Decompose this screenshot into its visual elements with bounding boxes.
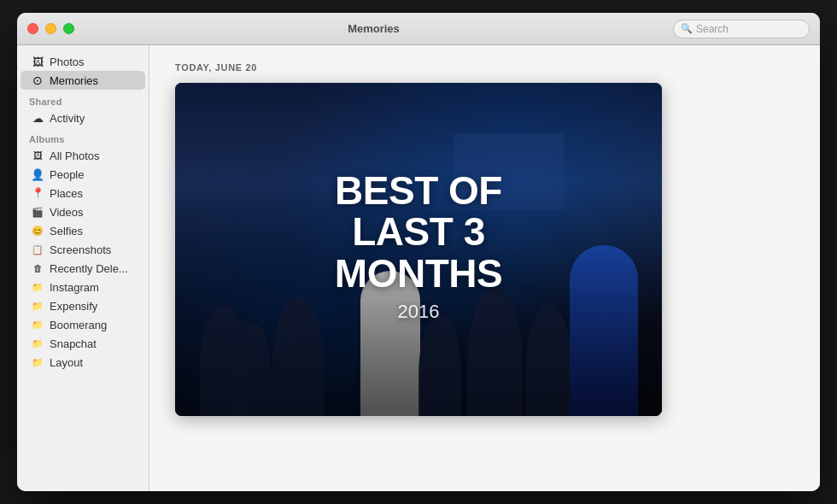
memory-card[interactable]: BEST OF LAST 3 MONTHS 2016 xyxy=(175,83,662,416)
sidebar-item-screenshots[interactable]: 📋 Screenshots xyxy=(20,240,145,259)
all-photos-icon: 🖼 xyxy=(31,149,44,162)
screenshots-icon: 📋 xyxy=(31,243,44,256)
window-title: Memories xyxy=(74,22,673,35)
expensify-icon: 📁 xyxy=(31,299,44,313)
search-bar[interactable]: 🔍 Search xyxy=(673,20,810,38)
sidebar-label-snapchat: Snapchat xyxy=(50,337,97,350)
window-controls xyxy=(27,23,74,34)
sidebar-item-layout[interactable]: 📁 Layout xyxy=(20,353,145,372)
sidebar-item-selfies[interactable]: 😊 Selfies xyxy=(20,221,145,240)
main-window: Memories 🔍 Search 🖼 Photos ⊙ Memories Sh… xyxy=(17,13,820,491)
sidebar-label-memories: Memories xyxy=(50,74,98,87)
minimize-button[interactable] xyxy=(45,23,56,34)
instagram-icon: 📁 xyxy=(31,280,44,294)
search-icon: 🔍 xyxy=(681,23,693,34)
close-button[interactable] xyxy=(27,23,38,34)
activity-icon: ☁ xyxy=(31,111,44,125)
sidebar-label-boomerang: Boomerang xyxy=(50,319,107,331)
places-icon: 📍 xyxy=(31,186,44,200)
sidebar-item-photos[interactable]: 🖼 Photos xyxy=(20,52,145,71)
sidebar: 🖼 Photos ⊙ Memories Shared ☁ Activity Al… xyxy=(17,45,149,491)
recently-deleted-icon: 🗑 xyxy=(31,261,44,275)
sidebar-item-all-photos[interactable]: 🖼 All Photos xyxy=(20,146,145,165)
search-placeholder: Search xyxy=(696,23,729,35)
sidebar-item-recently-deleted[interactable]: 🗑 Recently Dele... xyxy=(20,259,145,278)
sidebar-label-recently-deleted: Recently Dele... xyxy=(50,262,128,275)
sidebar-item-instagram[interactable]: 📁 Instagram xyxy=(20,278,145,296)
sidebar-label-layout: Layout xyxy=(50,356,83,369)
photos-icon: 🖼 xyxy=(31,55,44,68)
sidebar-item-expensify[interactable]: 📁 Expensify xyxy=(20,296,145,315)
sidebar-label-places: Places xyxy=(50,187,83,200)
content-area: TODAY, JUNE 20 xyxy=(149,45,820,491)
sidebar-label-expensify: Expensify xyxy=(50,300,97,313)
titlebar: Memories 🔍 Search xyxy=(17,13,820,45)
sidebar-label-selfies: Selfies xyxy=(50,225,83,237)
memory-year: 2016 xyxy=(297,301,541,323)
sidebar-label-instagram: Instagram xyxy=(50,281,99,294)
albums-section-label: Albums xyxy=(17,127,149,146)
sidebar-item-memories[interactable]: ⊙ Memories xyxy=(20,71,145,90)
maximize-button[interactable] xyxy=(63,23,74,34)
sidebar-item-places[interactable]: 📍 Places xyxy=(20,184,145,202)
sidebar-label-people: People xyxy=(50,168,84,181)
layout-icon: 📁 xyxy=(31,355,44,369)
sidebar-item-people[interactable]: 👤 People xyxy=(20,165,145,184)
sidebar-label-videos: Videos xyxy=(50,206,84,219)
sidebar-label-screenshots: Screenshots xyxy=(50,243,111,256)
sidebar-item-videos[interactable]: 🎬 Videos xyxy=(20,202,145,221)
selfies-icon: 😊 xyxy=(31,224,44,237)
memory-text-block: BEST OF LAST 3 MONTHS 2016 xyxy=(297,170,541,323)
snapchat-icon: 📁 xyxy=(31,337,44,350)
sidebar-label-photos: Photos xyxy=(50,56,84,68)
sidebar-item-activity[interactable]: ☁ Activity xyxy=(20,108,145,127)
main-content: 🖼 Photos ⊙ Memories Shared ☁ Activity Al… xyxy=(17,45,820,491)
memory-title: BEST OF LAST 3 MONTHS xyxy=(297,170,541,294)
date-label: TODAY, JUNE 20 xyxy=(175,62,794,73)
shared-section-label: Shared xyxy=(17,90,149,108)
videos-icon: 🎬 xyxy=(31,205,44,219)
memories-icon: ⊙ xyxy=(31,73,44,87)
sidebar-label-activity: Activity xyxy=(50,112,85,125)
sidebar-item-boomerang[interactable]: 📁 Boomerang xyxy=(20,315,145,334)
sidebar-item-snapchat[interactable]: 📁 Snapchat xyxy=(20,334,145,353)
people-icon: 👤 xyxy=(31,167,44,181)
boomerang-icon: 📁 xyxy=(31,318,44,331)
sidebar-label-all-photos: All Photos xyxy=(50,149,100,162)
